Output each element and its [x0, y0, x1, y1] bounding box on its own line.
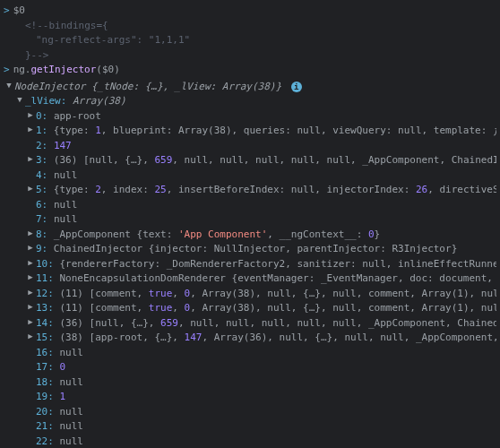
expand-toggle[interactable]: [25, 124, 36, 136]
tree-array-item[interactable]: 9: ChainedInjector {injector: NullInject…: [0, 242, 500, 257]
tree-array-item[interactable]: 20: null: [0, 405, 500, 420]
array-index: 5:: [36, 184, 47, 195]
console-entry: "ng-reflect-args": "1,1,1": [0, 33, 500, 48]
tree-array-item[interactable]: 7: null: [0, 212, 500, 228]
tree-array-item[interactable]: 21: null: [0, 419, 500, 435]
expand-toggle[interactable]: [25, 109, 36, 122]
tree-array-item[interactable]: 0: app-root: [0, 109, 500, 125]
array-index: 14:: [36, 317, 54, 329]
console-entry[interactable]: > ng.getInjector($0): [0, 63, 500, 78]
array-index: 4:: [36, 169, 47, 181]
tree-array-item[interactable]: 13: (11) [comment, true, 0, Array(38), n…: [0, 301, 500, 316]
array-index: 18:: [36, 376, 54, 388]
tree-array-item[interactable]: 14: (36) [null, {…}, 659, null, null, nu…: [0, 316, 500, 332]
tree-node-lview[interactable]: _lView: Array(38): [0, 94, 500, 109]
array-index: 8:: [36, 228, 47, 240]
property-key: _lView:: [25, 95, 66, 107]
console-log-area: > $0 <!--bindings={ "ng-reflect-args": "…: [0, 4, 500, 78]
console-expression: ng.getInjector($0): [13, 63, 496, 78]
array-index: 3:: [36, 154, 47, 166]
tree-array-item[interactable]: 8: _AppComponent {text: 'App Component',…: [0, 228, 500, 243]
array-index: 10:: [36, 258, 54, 270]
console-entry: }-->: [0, 48, 500, 64]
expand-toggle[interactable]: [25, 242, 36, 254]
tree-array-item[interactable]: 18: null: [0, 375, 500, 391]
tree-array-item[interactable]: 1: {type: 1, blueprint: Array(38), queri…: [0, 124, 500, 139]
array-index: 9:: [36, 243, 47, 254]
expand-toggle[interactable]: [25, 228, 36, 240]
console-comment: "ng-reflect-args": "1,1,1": [36, 33, 496, 48]
tree-root[interactable]: NodeInjector {_tNode: {…}, _lView: Array…: [0, 80, 500, 95]
array-index: 2:: [36, 140, 47, 151]
tree-array-item[interactable]: 6: null: [0, 198, 500, 213]
expand-toggle[interactable]: [4, 80, 14, 92]
console-entry[interactable]: > $0: [0, 4, 500, 19]
expand-toggle[interactable]: [25, 287, 36, 299]
expand-toggle[interactable]: [25, 271, 36, 284]
array-index: 7:: [36, 213, 47, 225]
tree-array-item[interactable]: 3: (36) [null, {…}, 659, null, null, nul…: [0, 153, 500, 168]
array-index: 11:: [36, 272, 54, 284]
console-text: $0: [13, 4, 496, 19]
tree-array-item[interactable]: 15: (38) [app-root, {…}, 147, Array(36),…: [0, 331, 500, 346]
array-index: 19:: [36, 391, 54, 402]
array-index: 20:: [36, 406, 54, 418]
console-entry: <!--bindings={: [0, 19, 500, 34]
array-index: 16:: [36, 347, 54, 358]
expand-toggle[interactable]: [25, 257, 36, 270]
tree-array-item[interactable]: 12: (11) [comment, true, 0, Array(38), n…: [0, 287, 500, 302]
tree-array-item[interactable]: 11: NoneEncapsulationDomRenderer {eventM…: [0, 271, 500, 287]
tree-array-item[interactable]: 22: null: [0, 435, 500, 449]
array-index: 13:: [36, 302, 54, 314]
console-comment: }-->: [25, 48, 496, 64]
expand-toggle[interactable]: [25, 153, 36, 166]
array-index: 17:: [36, 361, 54, 373]
tree-array-item[interactable]: 4: null: [0, 168, 500, 184]
expand-toggle[interactable]: [14, 94, 25, 107]
tree-array-item[interactable]: 10: {rendererFactory: _DomRendererFactor…: [0, 257, 500, 272]
expand-toggle[interactable]: [25, 331, 36, 343]
tree-array-item[interactable]: 17: 0: [0, 360, 500, 375]
array-index: 1:: [36, 125, 47, 136]
array-index: 21:: [36, 420, 54, 432]
object-preview: NodeInjector {_tNode: {…}, _lView: Array…: [14, 81, 281, 92]
property-value: Array(38): [73, 95, 126, 107]
tree-array-item[interactable]: 16: null: [0, 346, 500, 361]
expand-toggle[interactable]: [25, 183, 36, 195]
console-comment: <!--bindings={: [25, 19, 496, 34]
array-index: 15:: [36, 332, 54, 343]
expand-toggle[interactable]: [25, 316, 36, 329]
array-index: 6:: [36, 199, 47, 211]
prompt-icon: >: [4, 4, 10, 19]
tree-array-item[interactable]: 2: 147: [0, 139, 500, 154]
array-index: 0:: [36, 110, 47, 122]
tree-array-item[interactable]: 19: 1: [0, 390, 500, 405]
array-index: 12:: [36, 288, 54, 299]
array-index: 22:: [36, 435, 54, 447]
expand-toggle[interactable]: [25, 301, 36, 314]
result-tree: NodeInjector {_tNode: {…}, _lView: Array…: [0, 80, 500, 449]
info-icon[interactable]: i: [291, 82, 302, 92]
prompt-icon: >: [4, 63, 10, 78]
tree-array-item[interactable]: 5: {type: 2, index: 25, insertBeforeInde…: [0, 183, 500, 198]
